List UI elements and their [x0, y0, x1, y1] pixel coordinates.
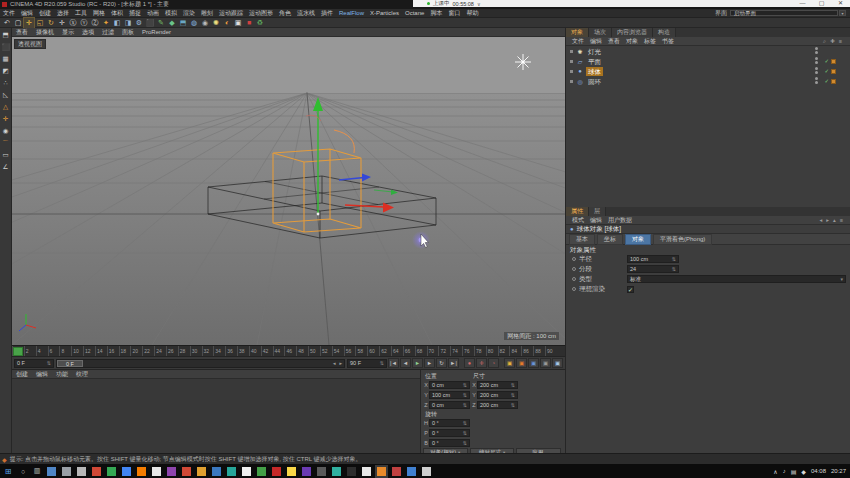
viewport-solo-icon[interactable]: ◉ [1, 126, 11, 136]
taskbar-app-icon[interactable] [302, 467, 311, 476]
extrude-icon[interactable]: ⬒ [178, 18, 188, 28]
current-frame-field[interactable]: 0 F ⇅ [14, 359, 54, 368]
autokey-button[interactable]: ✛ [476, 358, 487, 368]
coord-system-icon[interactable]: ✦ [101, 18, 111, 28]
keyframe-selection-button[interactable]: ◔ [488, 358, 499, 368]
goto-start-button[interactable]: |◄ [388, 358, 399, 368]
texture-tag-icon[interactable] [831, 79, 836, 84]
rotate-tool-icon[interactable]: ↻ [46, 18, 56, 28]
taskbar-app-icon[interactable] [152, 467, 161, 476]
menu-item[interactable]: 运动图形 [246, 9, 276, 17]
menu-item[interactable]: 脚本 [427, 9, 445, 17]
menu-item[interactable]: 插件 [318, 9, 336, 17]
model-mode-icon[interactable]: ⬛ [1, 42, 11, 52]
taskbar-app-icon[interactable] [257, 467, 266, 476]
texture-mode-icon[interactable]: ▦ [1, 54, 11, 64]
coord-field[interactable]: 200 cm⇅ [477, 381, 518, 389]
live-selection-icon[interactable]: ▢ [13, 18, 23, 28]
om-menu-item[interactable]: 标签 [641, 37, 659, 46]
play-button[interactable]: ► [412, 358, 423, 368]
menu-item[interactable]: 渲染 [180, 9, 198, 17]
viewport-menu-item[interactable]: 显示 [58, 28, 78, 37]
record-pla-button[interactable]: ▣ [552, 358, 563, 368]
anim-dot-icon[interactable] [572, 287, 576, 291]
taskbar-app-icon[interactable] [362, 467, 371, 476]
menu-item[interactable]: 捕捉 [126, 9, 144, 17]
timeline-slider-handle[interactable]: 0 F [57, 360, 83, 367]
record-keyframe-button[interactable]: ● [464, 358, 475, 368]
lock-icon[interactable]: ≡ [838, 216, 845, 225]
undo-icon[interactable]: ↶ [2, 18, 12, 28]
y-axis-lock-icon[interactable]: Ⓨ [79, 18, 89, 28]
taskbar-app-icon[interactable] [242, 467, 251, 476]
close-button[interactable]: ✕ [831, 0, 850, 7]
record-position-button[interactable]: ▣ [504, 358, 515, 368]
taskbar-app-icon[interactable] [47, 467, 56, 476]
check-tag-icon[interactable]: ✓ [824, 68, 829, 74]
anim-dot-icon[interactable] [572, 277, 576, 281]
om-menu-item[interactable]: 文件 [569, 37, 587, 46]
stop-icon[interactable]: ■ [244, 18, 254, 28]
om-menu-item[interactable]: 对象 [623, 37, 641, 46]
taskbar-app-icon[interactable] [137, 467, 146, 476]
menu-item[interactable]: 雕刻 [198, 9, 216, 17]
z-axis-lock-icon[interactable]: Ⓩ [90, 18, 100, 28]
workplane-lock-icon[interactable]: ▭ [1, 150, 11, 160]
cube-primitive-icon[interactable]: ⬛ [145, 18, 155, 28]
taskbar-app-icon[interactable] [182, 467, 191, 476]
taskbar-app-icon[interactable] [422, 467, 431, 476]
back-icon[interactable]: ◂ [817, 216, 824, 225]
sync-icon[interactable]: ♻ [255, 18, 265, 28]
clock[interactable]: 20:27 [831, 468, 846, 474]
interface-caret-icon[interactable]: ▾ [839, 10, 846, 16]
taskbar-app-icon[interactable] [272, 467, 281, 476]
menu-item[interactable]: X-Particles [367, 9, 402, 17]
viewport-menu-item[interactable]: 摄像机 [32, 28, 58, 37]
frame-stepper-icon[interactable]: ⇅ [47, 360, 51, 366]
om-menu-item[interactable]: 书签 [659, 37, 677, 46]
render-settings-icon[interactable]: ⚙ [134, 18, 144, 28]
object-row[interactable]: ▱ 平面 ✓ [566, 56, 850, 66]
coord-field[interactable]: 100 cm⇅ [429, 391, 470, 399]
scale-tool-icon[interactable]: ◱ [35, 18, 45, 28]
menu-item[interactable]: 角色 [276, 9, 294, 17]
cortana-icon[interactable]: ○ [16, 468, 30, 475]
coord-field[interactable]: 0 °⇅ [429, 439, 470, 447]
object-name[interactable]: 平面 [586, 57, 603, 66]
object-row[interactable]: ● 球体 ✓ [566, 66, 850, 76]
maximize-button[interactable]: ▢ [812, 0, 831, 7]
texture-tag-icon[interactable] [831, 69, 836, 74]
am-menu-item[interactable]: 编辑 [587, 216, 605, 225]
tray-keyboard-icon[interactable]: ▤ [791, 468, 797, 475]
am-menu-item[interactable]: 用户数据 [605, 216, 635, 225]
check-tag-icon[interactable]: ✓ [824, 78, 829, 84]
view-label[interactable]: 透视视图 [14, 39, 46, 49]
render-picture-viewer-icon[interactable]: ◨ [123, 18, 133, 28]
tray-audio-icon[interactable]: ♪ [783, 468, 786, 475]
taskbar-app-icon[interactable] [77, 467, 86, 476]
section-tab[interactable]: 基本 [569, 234, 595, 245]
record-rotation-button[interactable]: ▣ [528, 358, 539, 368]
timeline-playhead[interactable] [13, 347, 23, 356]
search-icon[interactable]: ⌕ [821, 37, 828, 46]
menu-item[interactable]: 流水线 [294, 9, 318, 17]
menu-item[interactable]: 窗口 [445, 9, 463, 17]
viewport[interactable]: 查看摄像机显示选项过滤面板ProRender 透视视图 网格间距 : 100 c… [12, 28, 565, 345]
taskbar-app-icon[interactable] [227, 467, 236, 476]
taskbar-app-icon[interactable] [197, 467, 206, 476]
material-menu-item[interactable]: 纹理 [72, 370, 92, 379]
visibility-dots[interactable] [815, 47, 818, 55]
menu-item[interactable]: 编辑 [18, 9, 36, 17]
render-view-icon[interactable]: ◧ [112, 18, 122, 28]
taskbar-app-icon[interactable] [122, 467, 131, 476]
menu-item[interactable]: 模拟 [162, 9, 180, 17]
object-name[interactable]: 灯光 [586, 47, 603, 56]
object-name[interactable]: 球体 [586, 67, 603, 76]
type-dropdown[interactable]: 标准▾ [627, 275, 846, 283]
taskbar-app-icon[interactable] [92, 467, 101, 476]
timeline-ruler[interactable]: 0246810121416182022242628303234363840424… [12, 345, 565, 356]
menu-item[interactable]: 运动跟踪 [216, 9, 246, 17]
texture-tag-icon[interactable] [831, 59, 836, 64]
make-editable-icon[interactable]: ⬒ [1, 30, 11, 40]
end-frame-field[interactable]: 90 F ⇅ [347, 359, 387, 368]
